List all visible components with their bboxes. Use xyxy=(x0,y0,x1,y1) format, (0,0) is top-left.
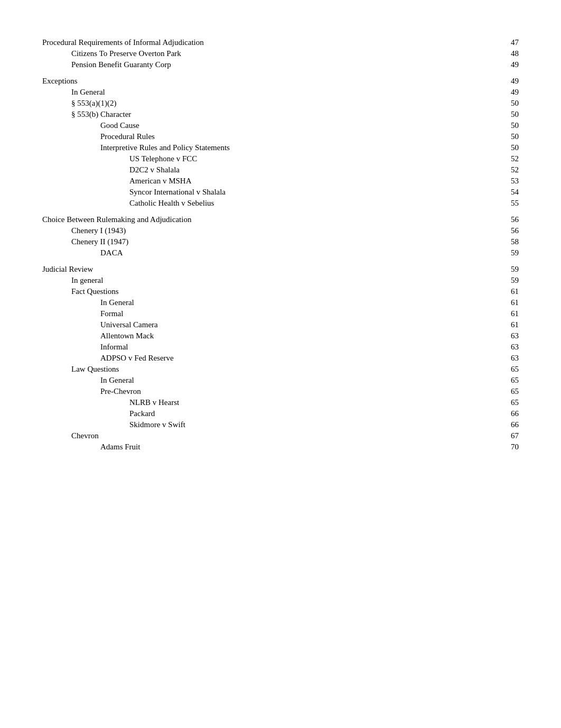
toc-entry-label: NLRB v Hearst xyxy=(42,397,498,408)
toc-entry-page: 49 xyxy=(498,76,519,87)
toc-entry-page: 61 xyxy=(498,319,519,330)
toc-row: NLRB v Hearst65 xyxy=(42,397,519,408)
toc-entry-page: 50 xyxy=(498,109,519,120)
toc-row: Adams Fruit70 xyxy=(42,441,519,453)
toc-table: Procedural Requirements of Informal Adju… xyxy=(42,37,519,453)
toc-entry-label: Syncor International v Shalala xyxy=(42,187,498,198)
toc-entry-page: 63 xyxy=(498,330,519,342)
toc-row: Interpretive Rules and Policy Statements… xyxy=(42,142,519,153)
toc-entry-page: 52 xyxy=(498,164,519,176)
toc-row: § 553(a)(1)(2)50 xyxy=(42,98,519,109)
toc-entry-label: In General xyxy=(42,87,498,98)
toc-entry-label: Pension Benefit Guaranty Corp xyxy=(42,59,498,70)
toc-entry-label: Interpretive Rules and Policy Statements xyxy=(42,142,498,153)
toc-row: Chenery I (1943)56 xyxy=(42,225,519,236)
toc-entry-label: Good Cause xyxy=(42,120,498,131)
toc-entry-page: 56 xyxy=(498,214,519,225)
toc-entry-label: Choice Between Rulemaking and Adjudicati… xyxy=(42,214,498,225)
toc-entry-page: 61 xyxy=(498,286,519,297)
toc-entry-page: 48 xyxy=(498,48,519,59)
toc-entry-page: 66 xyxy=(498,408,519,419)
toc-row: Law Questions65 xyxy=(42,364,519,375)
toc-entry-label: Packard xyxy=(42,408,498,419)
toc-entry-label: US Telephone v FCC xyxy=(42,153,498,164)
toc-entry-label: Exceptions xyxy=(42,76,498,87)
toc-entry-page: 59 xyxy=(498,275,519,286)
toc-entry-label: D2C2 v Shalala xyxy=(42,164,498,176)
toc-entry-page: 67 xyxy=(498,430,519,441)
toc-entry-label: Fact Questions xyxy=(42,286,498,297)
toc-row: § 553(b) Character50 xyxy=(42,109,519,120)
toc-entry-page: 59 xyxy=(498,264,519,275)
toc-row: ADPSO v Fed Reserve63 xyxy=(42,353,519,364)
toc-entry-label: Law Questions xyxy=(42,364,498,375)
toc-row: Procedural Rules50 xyxy=(42,131,519,142)
toc-entry-page: 65 xyxy=(498,386,519,397)
toc-row: Formal61 xyxy=(42,308,519,319)
toc-entry-label: Informal xyxy=(42,342,498,353)
toc-entry-page: 55 xyxy=(498,198,519,209)
toc-entry-page: 56 xyxy=(498,225,519,236)
toc-entry-label: Procedural Requirements of Informal Adju… xyxy=(42,37,498,48)
toc-row: Skidmore v Swift66 xyxy=(42,419,519,430)
toc-row: Good Cause50 xyxy=(42,120,519,131)
toc-entry-label: Universal Camera xyxy=(42,319,498,330)
toc-row: Procedural Requirements of Informal Adju… xyxy=(42,37,519,48)
toc-entry-label: Pre-Chevron xyxy=(42,386,498,397)
toc-entry-page: 70 xyxy=(498,441,519,453)
toc-row: D2C2 v Shalala52 xyxy=(42,164,519,176)
toc-row: In General61 xyxy=(42,297,519,308)
toc-entry-page: 47 xyxy=(498,37,519,48)
toc-row: DACA59 xyxy=(42,247,519,259)
toc-entry-label: Skidmore v Swift xyxy=(42,419,498,430)
toc-row: Pension Benefit Guaranty Corp49 xyxy=(42,59,519,70)
toc-row: American v MSHA53 xyxy=(42,176,519,187)
toc-row: In General49 xyxy=(42,87,519,98)
toc-row: Syncor International v Shalala54 xyxy=(42,187,519,198)
toc-entry-page: 66 xyxy=(498,419,519,430)
toc-entry-page: 58 xyxy=(498,236,519,247)
toc-entry-label: In General xyxy=(42,375,498,386)
toc-entry-page: 54 xyxy=(498,187,519,198)
toc-row: Judicial Review59 xyxy=(42,264,519,275)
toc-row: In General65 xyxy=(42,375,519,386)
toc-entry-page: 61 xyxy=(498,308,519,319)
toc-entry-label: In General xyxy=(42,297,498,308)
toc-row: Allentown Mack63 xyxy=(42,330,519,342)
toc-row: Informal63 xyxy=(42,342,519,353)
toc-row: Exceptions49 xyxy=(42,76,519,87)
toc-row: Packard66 xyxy=(42,408,519,419)
toc-entry-page: 52 xyxy=(498,153,519,164)
toc-row: Chevron67 xyxy=(42,430,519,441)
toc-entry-label: § 553(a)(1)(2) xyxy=(42,98,498,109)
toc-row: Fact Questions61 xyxy=(42,286,519,297)
toc-entry-label: In general xyxy=(42,275,498,286)
toc-entry-label: Chevron xyxy=(42,430,498,441)
toc-row: In general59 xyxy=(42,275,519,286)
toc-entry-page: 50 xyxy=(498,142,519,153)
toc-entry-page: 50 xyxy=(498,120,519,131)
toc-row: Catholic Health v Sebelius55 xyxy=(42,198,519,209)
toc-entry-label: Formal xyxy=(42,308,498,319)
toc-entry-page: 63 xyxy=(498,353,519,364)
toc-row: Pre-Chevron65 xyxy=(42,386,519,397)
toc-row: Universal Camera61 xyxy=(42,319,519,330)
toc-entry-page: 65 xyxy=(498,364,519,375)
toc-row: Choice Between Rulemaking and Adjudicati… xyxy=(42,214,519,225)
toc-entry-page: 65 xyxy=(498,397,519,408)
toc-entry-label: DACA xyxy=(42,247,498,259)
toc-entry-page: 49 xyxy=(498,87,519,98)
toc-entry-label: Procedural Rules xyxy=(42,131,498,142)
toc-entry-page: 59 xyxy=(498,247,519,259)
toc-entry-label: American v MSHA xyxy=(42,176,498,187)
toc-row: US Telephone v FCC52 xyxy=(42,153,519,164)
toc-entry-label: Judicial Review xyxy=(42,264,498,275)
toc-entry-page: 50 xyxy=(498,98,519,109)
toc-entry-label: Allentown Mack xyxy=(42,330,498,342)
toc-entry-label: § 553(b) Character xyxy=(42,109,498,120)
toc-entry-page: 65 xyxy=(498,375,519,386)
toc-row: Citizens To Preserve Overton Park48 xyxy=(42,48,519,59)
toc-entry-page: 50 xyxy=(498,131,519,142)
toc-row: Chenery II (1947)58 xyxy=(42,236,519,247)
toc-entry-label: Citizens To Preserve Overton Park xyxy=(42,48,498,59)
